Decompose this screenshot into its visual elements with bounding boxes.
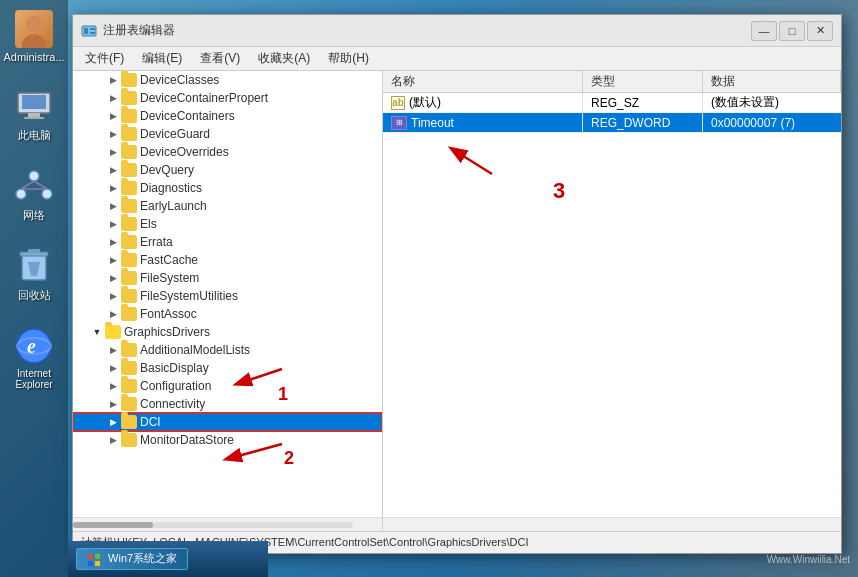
- taskbar-icon-recycle[interactable]: 回收站: [6, 247, 62, 303]
- tree-label: DeviceGuard: [140, 125, 210, 143]
- watermark-area: Www.Winwiilia.Net: [658, 541, 858, 577]
- taskbar-icon-ie[interactable]: e InternetExplorer: [6, 327, 62, 390]
- title-bar-left: 注册表编辑器: [81, 22, 175, 39]
- folder-icon: [121, 127, 137, 141]
- expand-icon: ▶: [105, 306, 121, 322]
- taskbar-icon-computer[interactable]: 此电脑: [6, 87, 62, 143]
- tree-item-filesystemutilities[interactable]: ▶ FileSystemUtilities: [73, 287, 382, 305]
- main-content: ▶ DeviceClasses ▶ DeviceContainerPropert…: [73, 71, 841, 531]
- folder-icon: [121, 217, 137, 231]
- svg-rect-21: [73, 522, 153, 528]
- tree-panel: ▶ DeviceClasses ▶ DeviceContainerPropert…: [73, 71, 383, 531]
- menu-view[interactable]: 查看(V): [192, 48, 248, 69]
- tree-item-configuration[interactable]: ▶ Configuration: [73, 377, 382, 395]
- cell-type: REG_SZ: [583, 93, 703, 112]
- expand-icon: ▶: [105, 270, 121, 286]
- tree-item-filesystem[interactable]: ▶ FileSystem: [73, 269, 382, 287]
- svg-rect-29: [95, 561, 100, 566]
- maximize-button[interactable]: □: [779, 21, 805, 41]
- taskbar-left: Administra... 此电脑 网络: [0, 0, 68, 577]
- expand-icon: ▶: [105, 162, 121, 178]
- menu-edit[interactable]: 编辑(E): [134, 48, 190, 69]
- expand-icon: ▶: [105, 144, 121, 160]
- menu-favorites[interactable]: 收藏夹(A): [250, 48, 318, 69]
- table-row-timeout[interactable]: ⊞ Timeout REG_DWORD 0x00000007 (7): [383, 113, 841, 133]
- bottom-taskbar-left: Win7系统之家: [68, 541, 268, 577]
- tree-hscroll[interactable]: [73, 517, 382, 531]
- watermark-text: Www.Winwiilia.Net: [767, 554, 850, 565]
- tree-item-devicecontainers[interactable]: ▶ DeviceContainers: [73, 107, 382, 125]
- taskbar-icon-network[interactable]: 网络: [6, 167, 62, 223]
- folder-icon: [121, 289, 137, 303]
- tree-scroll[interactable]: ▶ DeviceClasses ▶ DeviceContainerPropert…: [73, 71, 382, 517]
- tree-item-devicecontainerproperty[interactable]: ▶ DeviceContainerPropert: [73, 89, 382, 107]
- reg-value-icon-dword: ⊞: [391, 116, 407, 130]
- tree-label: Els: [140, 215, 157, 233]
- expand-icon: ▶: [105, 198, 121, 214]
- regedit-icon: [81, 23, 97, 39]
- svg-rect-17: [84, 28, 88, 34]
- tree-item-errata[interactable]: ▶ Errata: [73, 233, 382, 251]
- expand-icon: ▶: [105, 252, 121, 268]
- tree-label: GraphicsDrivers: [124, 323, 210, 341]
- table-body[interactable]: ab (默认) REG_SZ (数值未设置) ⊞ Timeout REG_DWO…: [383, 93, 841, 517]
- right-panel: 名称 类型 数据 ab (默认) REG_SZ (数值未设置): [383, 71, 841, 531]
- folder-icon: [121, 109, 137, 123]
- folder-icon: [121, 91, 137, 105]
- start-area[interactable]: Win7系统之家: [76, 548, 188, 569]
- folder-icon: [121, 235, 137, 249]
- admin-avatar: [15, 10, 53, 48]
- table-header: 名称 类型 数据: [383, 71, 841, 93]
- right-hscroll[interactable]: [383, 517, 841, 531]
- computer-label: 此电脑: [18, 128, 51, 143]
- regedit-window: 注册表编辑器 — □ ✕ 文件(F) 编辑(E) 查看(V) 收藏夹(A) 帮助…: [72, 14, 842, 554]
- tree-label: DeviceContainerPropert: [140, 89, 268, 107]
- value-name: Timeout: [411, 116, 454, 130]
- tree-item-deviceclasses[interactable]: ▶ DeviceClasses: [73, 71, 382, 89]
- tree-item-dci[interactable]: ▶ DCI: [73, 413, 382, 431]
- expand-icon: ▶: [105, 288, 121, 304]
- folder-icon: [121, 253, 137, 267]
- col-header-data: 数据: [703, 71, 841, 92]
- tree-item-fontassoc[interactable]: ▶ FontAssoc: [73, 305, 382, 323]
- tree-item-connectivity[interactable]: ▶ Connectivity: [73, 395, 382, 413]
- tree-item-monitordatastore[interactable]: ▶ MonitorDataStore: [73, 431, 382, 449]
- tree-item-diagnostics[interactable]: ▶ Diagnostics: [73, 179, 382, 197]
- tree-label: FileSystem: [140, 269, 199, 287]
- tree-item-additionalmodellists[interactable]: ▶ AdditionalModelLists: [73, 341, 382, 359]
- cell-data: (数值未设置): [703, 93, 841, 112]
- tree-item-deviceoverrides[interactable]: ▶ DeviceOverrides: [73, 143, 382, 161]
- tree-item-earlylaunch[interactable]: ▶ EarlyLaunch: [73, 197, 382, 215]
- recycle-icon: [15, 247, 53, 285]
- cell-name: ab (默认): [383, 93, 583, 112]
- tree-item-devquery[interactable]: ▶ DevQuery: [73, 161, 382, 179]
- folder-icon: [121, 271, 137, 285]
- recycle-label: 回收站: [18, 288, 51, 303]
- menu-help[interactable]: 帮助(H): [320, 48, 377, 69]
- computer-icon: [15, 87, 53, 125]
- minimize-button[interactable]: —: [751, 21, 777, 41]
- tree-item-deviceguard[interactable]: ▶ DeviceGuard: [73, 125, 382, 143]
- svg-rect-12: [28, 249, 40, 253]
- svg-line-8: [34, 181, 47, 189]
- tree-label: BasicDisplay: [140, 359, 209, 377]
- taskbar-icon-admin[interactable]: Administra...: [6, 10, 62, 63]
- expand-icon: ▶: [105, 108, 121, 124]
- close-button[interactable]: ✕: [807, 21, 833, 41]
- tree-label: DCI: [140, 413, 161, 431]
- svg-rect-3: [24, 117, 44, 119]
- svg-point-4: [29, 171, 39, 181]
- expand-icon: ▼: [89, 324, 105, 340]
- tree-label: FileSystemUtilities: [140, 287, 238, 305]
- tree-label: DeviceClasses: [140, 71, 219, 89]
- menu-file[interactable]: 文件(F): [77, 48, 132, 69]
- svg-point-6: [42, 189, 52, 199]
- table-row[interactable]: ab (默认) REG_SZ (数值未设置): [383, 93, 841, 113]
- ie-icon: e: [15, 327, 53, 365]
- tree-label: Connectivity: [140, 395, 205, 413]
- tree-item-fastcache[interactable]: ▶ FastCache: [73, 251, 382, 269]
- tree-item-graphicsdrivers[interactable]: ▼ GraphicsDrivers: [73, 323, 382, 341]
- tree-item-els[interactable]: ▶ Els: [73, 215, 382, 233]
- tree-item-basicdisplay[interactable]: ▶ BasicDisplay: [73, 359, 382, 377]
- expand-icon: ▶: [105, 342, 121, 358]
